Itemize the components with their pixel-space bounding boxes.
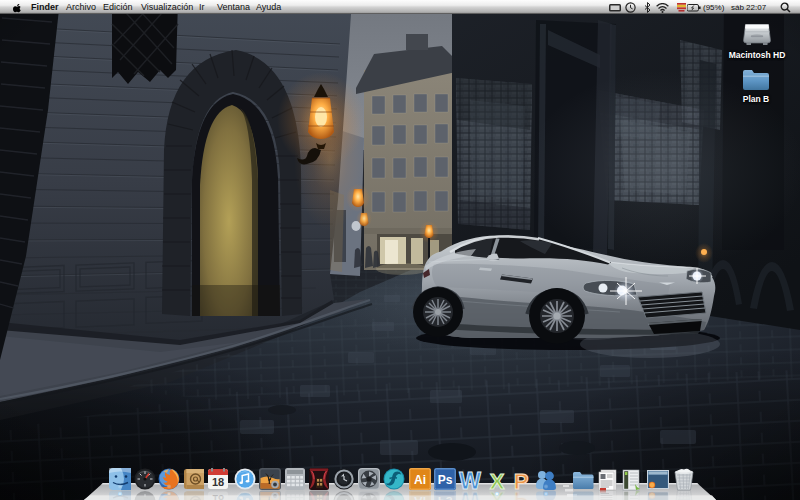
svg-text:Ps: Ps xyxy=(438,473,453,487)
svg-text:Ai: Ai xyxy=(414,473,426,487)
svg-text:18: 18 xyxy=(212,476,224,488)
